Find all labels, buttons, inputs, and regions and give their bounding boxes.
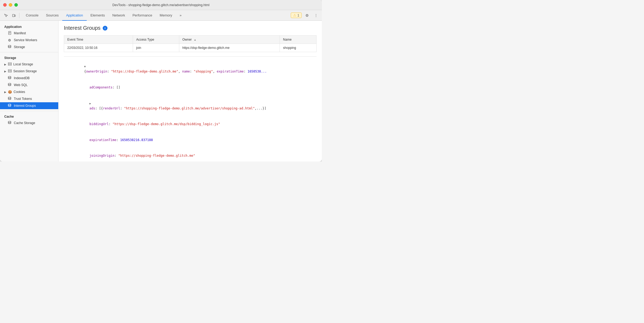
table-header-row: Event Time Access Type Owner ▲ Name xyxy=(64,36,317,44)
svg-point-13 xyxy=(8,97,11,98)
svg-rect-0 xyxy=(13,14,14,17)
sidebar-item-local-storage[interactable]: ▶ Local Storage xyxy=(0,61,58,68)
service-workers-icon: ⚙ xyxy=(7,38,12,42)
device-toolbar-button[interactable] xyxy=(10,12,18,19)
cache-storage-label: Cache Storage xyxy=(14,121,35,125)
titlebar-title: DevTools - shopping-fledge-demo.glitch.m… xyxy=(113,3,210,7)
svg-rect-9 xyxy=(8,70,11,71)
indexeddb-label: IndexedDB xyxy=(14,76,30,80)
tab-memory[interactable]: Memory xyxy=(156,10,176,21)
tab-elements[interactable]: Elements xyxy=(87,10,109,21)
tab-performance[interactable]: Performance xyxy=(129,10,156,21)
sidebar-item-storage[interactable]: Storage xyxy=(0,44,58,50)
manifest-icon xyxy=(7,31,12,36)
cookies-arrow: ▶ xyxy=(4,91,6,94)
sidebar-item-manifest[interactable]: Manifest xyxy=(0,30,58,37)
session-storage-icon xyxy=(8,69,12,73)
trust-tokens-label: Trust Tokens xyxy=(14,97,32,101)
tab-network[interactable]: Network xyxy=(109,10,129,21)
panel-heading: Interest Groups xyxy=(64,25,101,31)
more-options-button[interactable]: ⋮ xyxy=(312,12,320,19)
cell-name: shopping xyxy=(280,44,317,52)
interest-groups-table: Event Time Access Type Owner ▲ Name xyxy=(64,35,317,52)
svg-point-12 xyxy=(8,83,11,84)
sidebar-item-trust-tokens[interactable]: Trust Tokens xyxy=(0,95,58,102)
json-tree: ▼ {ownerOrigin: "https://dsp-fledge-demo… xyxy=(64,56,317,162)
maximize-button[interactable] xyxy=(14,3,18,7)
web-sql-label: Web SQL xyxy=(14,83,28,87)
json-root-line[interactable]: ▼ {ownerOrigin: "https://dsp-fledge-demo… xyxy=(64,59,317,80)
toolbar-tabs: Console Sources Application Elements Net… xyxy=(22,10,185,21)
close-button[interactable] xyxy=(3,3,7,7)
svg-point-6 xyxy=(8,45,11,46)
toolbar: Console Sources Application Elements Net… xyxy=(0,10,322,21)
col-event-time[interactable]: Event Time xyxy=(64,36,133,44)
cookies-icon: 🍪 xyxy=(8,90,12,94)
cookies-label: Cookies xyxy=(14,90,25,94)
json-expand-arrow[interactable]: ▼ xyxy=(84,65,86,68)
trust-tokens-icon xyxy=(7,97,12,101)
session-storage-label: Session Storage xyxy=(13,69,37,73)
main-content: Application Manifest ⚙ Service Workers S… xyxy=(0,21,322,162)
local-storage-icon xyxy=(8,62,12,66)
web-sql-icon xyxy=(7,83,12,87)
tab-sources[interactable]: Sources xyxy=(42,10,63,21)
minimize-button[interactable] xyxy=(9,3,12,7)
col-owner[interactable]: Owner ▲ xyxy=(179,36,280,44)
sidebar-item-web-sql[interactable]: Web SQL xyxy=(0,82,58,88)
indexeddb-icon xyxy=(7,76,12,80)
json-line-joiningorigin: joiningOrigin: "https://shopping-fledge-… xyxy=(64,148,317,162)
owner-sort-arrow: ▲ xyxy=(194,38,196,41)
sidebar-item-cookies[interactable]: ▶ 🍪 Cookies xyxy=(0,88,58,95)
json-line-adcomponents: adComponents: [] xyxy=(64,80,317,96)
devtools-window: DevTools - shopping-fledge-demo.glitch.m… xyxy=(0,0,322,162)
manifest-label: Manifest xyxy=(14,31,26,35)
tab-application[interactable]: Application xyxy=(62,10,87,21)
json-line-ads[interactable]: ▶ ads: [{renderUrl: "https://shopping-fl… xyxy=(64,95,317,116)
cell-owner: https://dsp-fledge-demo.glitch.me xyxy=(179,44,280,52)
sidebar-section-application: Application xyxy=(0,23,58,30)
tab-more[interactable]: » xyxy=(176,10,185,21)
col-name[interactable]: Name xyxy=(280,36,317,44)
local-storage-label: Local Storage xyxy=(13,62,33,66)
settings-button[interactable]: ⚙ xyxy=(303,12,311,19)
json-line-expirationtime: expirationTime: 1650538216.837188 xyxy=(64,132,317,148)
interest-groups-icon xyxy=(7,104,12,108)
tab-console[interactable]: Console xyxy=(22,10,42,21)
storage-label: Storage xyxy=(14,45,25,49)
cache-storage-icon xyxy=(7,121,12,125)
interest-groups-label: Interest Groups xyxy=(14,104,36,108)
session-storage-arrow: ▶ xyxy=(4,70,6,73)
col-access-type[interactable]: Access Type xyxy=(133,36,179,44)
sidebar-section-cache: Cache xyxy=(0,113,58,120)
sidebar-item-indexeddb[interactable]: IndexedDB xyxy=(0,75,58,82)
traffic-lights xyxy=(3,3,18,7)
info-icon[interactable]: i xyxy=(103,26,107,31)
cursor-tool-button[interactable] xyxy=(2,12,10,19)
table-row[interactable]: 22/03/2022, 10:50:16 join https://dsp-fl… xyxy=(64,44,317,52)
storage-icon xyxy=(7,45,12,49)
svg-point-11 xyxy=(8,76,11,77)
sidebar: Application Manifest ⚙ Service Workers S… xyxy=(0,21,59,162)
sidebar-divider-1 xyxy=(0,52,58,52)
panel-title: Interest Groups i xyxy=(64,25,317,31)
svg-point-14 xyxy=(8,104,11,105)
toolbar-separator-1 xyxy=(19,13,19,18)
right-panel: Interest Groups i Event Time Access Type… xyxy=(59,21,322,162)
svg-rect-7 xyxy=(8,63,11,64)
cell-event-time: 22/03/2022, 10:50:16 xyxy=(64,44,133,52)
sidebar-item-cache-storage[interactable]: Cache Storage xyxy=(0,120,58,126)
svg-rect-10 xyxy=(8,71,11,72)
sidebar-item-service-workers[interactable]: ⚙ Service Workers xyxy=(0,37,58,44)
warning-badge[interactable]: ⚠ 1 xyxy=(291,12,302,18)
json-ads-arrow[interactable]: ▶ xyxy=(89,102,91,105)
warning-icon: ⚠ xyxy=(293,13,296,17)
local-storage-arrow: ▶ xyxy=(4,63,6,66)
cell-access-type: join xyxy=(133,44,179,52)
json-line-biddingurl: biddingUrl: "https://dsp-fledge-demo.gli… xyxy=(64,116,317,132)
service-workers-label: Service Workers xyxy=(14,38,37,42)
svg-point-15 xyxy=(8,121,11,122)
sidebar-item-session-storage[interactable]: ▶ Session Storage xyxy=(0,68,58,75)
sidebar-item-interest-groups[interactable]: Interest Groups xyxy=(0,102,58,109)
svg-rect-8 xyxy=(8,64,11,65)
